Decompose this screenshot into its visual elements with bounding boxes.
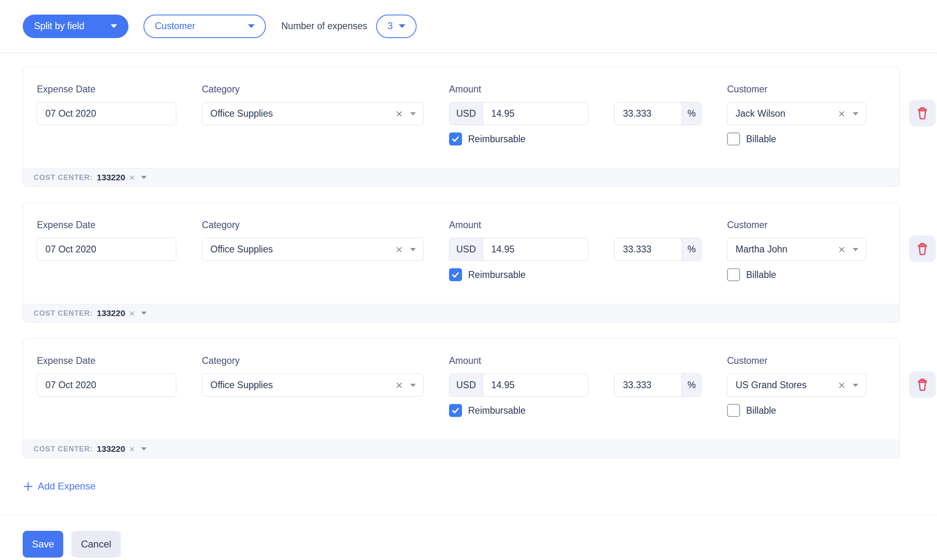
clear-icon[interactable] bbox=[395, 381, 404, 390]
chevron-down-icon bbox=[111, 24, 117, 28]
billable-checkbox[interactable] bbox=[727, 404, 740, 417]
chevron-down-icon[interactable] bbox=[141, 312, 147, 315]
trash-icon bbox=[915, 106, 930, 120]
percent-label-spacer bbox=[614, 219, 702, 231]
split-by-field-dropdown[interactable]: Split by field bbox=[23, 15, 128, 38]
clear-icon[interactable] bbox=[837, 381, 846, 390]
billable-checkbox-row[interactable]: Billable bbox=[727, 268, 866, 281]
add-expense-button[interactable]: Add Expense bbox=[23, 481, 96, 492]
category-label: Category bbox=[202, 219, 424, 231]
cost-center-label: COST CENTER: bbox=[34, 173, 93, 182]
expense-card: Expense Date Category Office Supplies Am… bbox=[23, 338, 900, 458]
category-value: Office Supplies bbox=[210, 108, 395, 119]
delete-expense-button[interactable] bbox=[909, 235, 936, 262]
clear-icon[interactable] bbox=[128, 310, 135, 317]
reimbursable-checkbox-row[interactable]: Reimbursable bbox=[449, 404, 588, 417]
category-label: Category bbox=[202, 355, 424, 366]
customer-select[interactable]: US Grand Stores bbox=[727, 374, 866, 397]
reimbursable-label: Reimbursable bbox=[468, 405, 526, 416]
clear-icon[interactable] bbox=[128, 446, 135, 453]
chevron-down-icon[interactable] bbox=[853, 112, 858, 115]
chevron-down-icon[interactable] bbox=[853, 384, 858, 387]
cost-center-row[interactable]: COST CENTER: 133220 bbox=[23, 304, 899, 322]
customer-select[interactable]: Jack Wilson bbox=[727, 102, 866, 125]
percent-input[interactable] bbox=[615, 238, 682, 261]
split-by-field-label: Split by field bbox=[34, 21, 84, 32]
reimbursable-label: Reimbursable bbox=[468, 134, 526, 145]
cost-center-value: 133220 bbox=[97, 173, 125, 182]
chevron-down-icon[interactable] bbox=[141, 176, 147, 179]
billable-checkbox-row[interactable]: Billable bbox=[727, 404, 866, 417]
billable-checkbox-row[interactable]: Billable bbox=[727, 133, 866, 145]
expense-date-label: Expense Date bbox=[37, 83, 176, 95]
number-of-expenses-label: Number of expenses bbox=[281, 21, 367, 32]
category-select[interactable]: Office Supplies bbox=[202, 374, 424, 397]
clear-icon[interactable] bbox=[128, 174, 135, 181]
cost-center-row[interactable]: COST CENTER: 133220 bbox=[23, 168, 899, 186]
percent-symbol: % bbox=[682, 238, 701, 261]
cost-center-label: COST CENTER: bbox=[34, 445, 93, 453]
category-label: Category bbox=[202, 83, 424, 95]
chevron-down-icon[interactable] bbox=[410, 384, 416, 387]
clear-icon[interactable] bbox=[395, 245, 404, 254]
expense-split-row: Expense Date Category Office Supplies Am… bbox=[0, 67, 937, 187]
expense-fields: Expense Date Category Office Supplies Am… bbox=[23, 67, 899, 168]
expense-date-input[interactable] bbox=[37, 238, 176, 261]
amount-label: Amount bbox=[449, 219, 588, 231]
reimbursable-checkbox[interactable] bbox=[449, 268, 462, 281]
category-select[interactable]: Office Supplies bbox=[202, 102, 424, 125]
amount-field-group: USD bbox=[449, 374, 588, 397]
split-expenses-list: Expense Date Category Office Supplies Am… bbox=[0, 53, 937, 492]
plus-icon bbox=[23, 481, 34, 492]
cost-center-value: 133220 bbox=[97, 308, 125, 318]
clear-icon[interactable] bbox=[395, 109, 404, 118]
expense-split-row: Expense Date Category Office Supplies Am… bbox=[0, 338, 937, 458]
percent-input[interactable] bbox=[615, 103, 682, 125]
number-of-expenses-value: 3 bbox=[387, 21, 393, 32]
delete-expense-button[interactable] bbox=[909, 100, 936, 126]
cancel-button[interactable]: Cancel bbox=[71, 531, 121, 558]
reimbursable-checkbox[interactable] bbox=[449, 404, 462, 417]
amount-field-group: USD bbox=[449, 102, 588, 125]
amount-field-group: USD bbox=[449, 238, 588, 261]
clear-icon[interactable] bbox=[837, 109, 846, 118]
split-field-select[interactable]: Customer bbox=[143, 15, 266, 38]
percent-label-spacer bbox=[614, 355, 702, 366]
percent-symbol: % bbox=[682, 374, 701, 396]
amount-input[interactable] bbox=[483, 238, 588, 261]
delete-expense-button[interactable] bbox=[909, 371, 936, 398]
trash-icon bbox=[915, 377, 930, 392]
billable-checkbox[interactable] bbox=[727, 268, 740, 281]
cost-center-label: COST CENTER: bbox=[34, 309, 93, 318]
billable-checkbox[interactable] bbox=[727, 133, 740, 145]
customer-label: Customer bbox=[727, 355, 866, 366]
reimbursable-checkbox-row[interactable]: Reimbursable bbox=[449, 133, 588, 145]
reimbursable-checkbox[interactable] bbox=[449, 133, 462, 145]
chevron-down-icon[interactable] bbox=[141, 447, 147, 451]
chevron-down-icon[interactable] bbox=[410, 112, 416, 115]
customer-select[interactable]: Martha John bbox=[727, 238, 866, 261]
expense-card: Expense Date Category Office Supplies Am… bbox=[23, 203, 900, 323]
footer-actions: Save Cancel bbox=[0, 515, 937, 560]
reimbursable-checkbox-row[interactable]: Reimbursable bbox=[449, 268, 588, 281]
expense-date-input[interactable] bbox=[37, 102, 176, 125]
number-of-expenses-select[interactable]: 3 bbox=[376, 15, 417, 38]
percent-symbol: % bbox=[682, 103, 701, 125]
currency-code: USD bbox=[449, 103, 483, 125]
category-value: Office Supplies bbox=[210, 244, 395, 255]
chevron-down-icon[interactable] bbox=[853, 248, 858, 251]
percent-input[interactable] bbox=[615, 374, 682, 396]
clear-icon[interactable] bbox=[837, 245, 846, 254]
save-button[interactable]: Save bbox=[23, 531, 63, 558]
chevron-down-icon[interactable] bbox=[410, 248, 416, 251]
expense-fields: Expense Date Category Office Supplies Am… bbox=[23, 203, 899, 304]
category-select[interactable]: Office Supplies bbox=[202, 238, 424, 261]
amount-input[interactable] bbox=[483, 374, 588, 396]
cost-center-row[interactable]: COST CENTER: 133220 bbox=[23, 440, 899, 458]
expense-date-input[interactable] bbox=[37, 374, 176, 397]
reimbursable-label: Reimbursable bbox=[468, 269, 526, 280]
trash-icon bbox=[915, 242, 930, 256]
billable-label: Billable bbox=[746, 134, 776, 145]
amount-input[interactable] bbox=[483, 103, 588, 125]
percent-field-group: % bbox=[614, 102, 702, 125]
